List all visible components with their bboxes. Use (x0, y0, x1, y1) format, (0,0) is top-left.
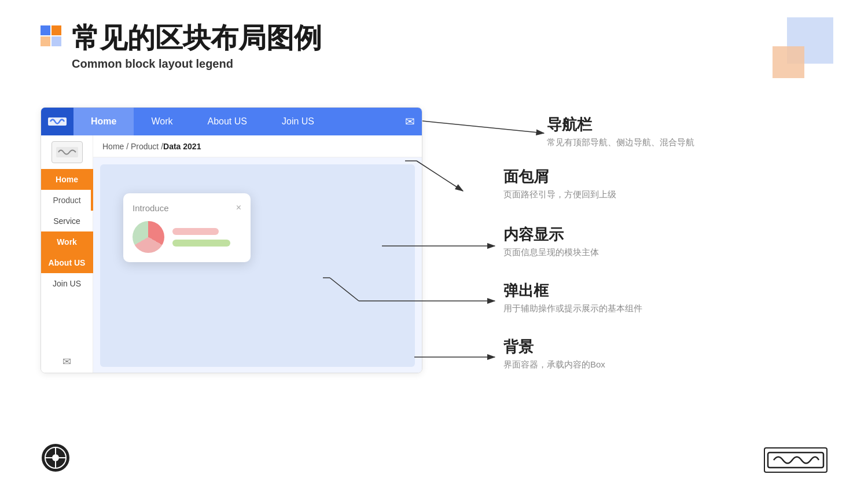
page-header: 常见的区块布局图例 Common block layout legend (41, 23, 322, 71)
sidebar-item-product[interactable]: Product (41, 190, 93, 211)
sidebar-item-work[interactable]: Work (41, 231, 93, 252)
annotation-background-en: 界面容器，承载内容的Box (503, 358, 605, 372)
bottom-logo-right (764, 447, 827, 473)
modal-line-1 (172, 228, 219, 235)
svg-rect-5 (56, 147, 78, 157)
annotation-background: 背景 界面容器，承载内容的Box (503, 338, 605, 372)
content-row: Home Product Service Work About US Join … (41, 135, 422, 373)
svg-rect-1 (52, 25, 61, 35)
sub-title: Common block layout legend (72, 57, 322, 71)
deco-squares (787, 17, 833, 64)
title-group: 常见的区块布局图例 Common block layout legend (72, 23, 322, 71)
annotation-content-zh: 内容显示 (503, 226, 599, 244)
modal-lines (172, 228, 230, 247)
modal-popup: Introduce × (123, 193, 251, 262)
diagram-wrapper: Home Work About US Join US ✉ Home Produc (41, 107, 463, 379)
bg-area: Introduce × (100, 164, 415, 367)
nav-item-aboutus[interactable]: About US (190, 108, 264, 135)
main-title: 常见的区块布局图例 (72, 23, 322, 54)
annotation-popup-en: 用于辅助操作或提示展示的基本组件 (503, 302, 642, 315)
nav-logo (41, 108, 73, 135)
svg-rect-3 (52, 36, 61, 46)
sidebar-item-service[interactable]: Service (41, 211, 93, 231)
modal-line-2 (172, 240, 230, 247)
annotation-navbar-en: 常见有顶部导航、侧边导航、混合导航 (547, 136, 694, 149)
svg-rect-0 (41, 25, 50, 35)
nav-items: Home Work About US Join US (73, 108, 405, 135)
modal-chart-circle (133, 221, 164, 253)
sidebar-logo (52, 141, 83, 163)
svg-rect-2 (41, 36, 50, 46)
annotation-breadcrumb-zh: 面包屑 (503, 168, 616, 186)
browser-frame: Home Work About US Join US ✉ Home Produc (41, 107, 422, 373)
sidebar-item-aboutus[interactable]: About US (41, 252, 93, 273)
svg-rect-24 (768, 453, 823, 468)
modal-body (133, 221, 241, 253)
title-icon (41, 25, 61, 46)
main-content: Home / Product / Data 2021 Introduce × (93, 135, 422, 373)
nav-item-home[interactable]: Home (73, 108, 134, 135)
breadcrumb-bar: Home / Product / Data 2021 (93, 135, 422, 157)
svg-point-19 (52, 454, 59, 461)
annotation-content: 内容显示 页面信息呈现的模块主体 (503, 226, 599, 259)
modal-title: Introduce (133, 203, 169, 213)
annotation-navbar-zh: 导航栏 (547, 116, 694, 134)
sidebar-item-home[interactable]: Home (41, 169, 93, 190)
annotation-popup-zh: 弹出框 (503, 282, 642, 300)
bottom-logo-left (41, 443, 71, 473)
annotation-content-en: 页面信息呈现的模块主体 (503, 246, 599, 259)
sidebar-email-icon[interactable]: ✉ (62, 355, 71, 368)
modal-header: Introduce × (133, 203, 241, 213)
annotation-popup: 弹出框 用于辅助操作或提示展示的基本组件 (503, 282, 642, 315)
breadcrumb-path: Home / Product / (102, 142, 163, 151)
annotation-navbar: 导航栏 常见有顶部导航、侧边导航、混合导航 (547, 116, 694, 149)
annotation-breadcrumb-en: 页面路径引导，方便回到上级 (503, 188, 616, 201)
nav-item-joinus[interactable]: Join US (264, 108, 332, 135)
annotation-background-zh: 背景 (503, 338, 605, 356)
nav-email-icon[interactable]: ✉ (405, 115, 415, 128)
annotation-breadcrumb: 面包屑 页面路径引导，方便回到上级 (503, 168, 616, 201)
deco-orange-square (773, 46, 804, 78)
top-nav: Home Work About US Join US ✉ (41, 108, 422, 135)
sidebar-item-joinus[interactable]: Join US (41, 273, 93, 294)
nav-item-work[interactable]: Work (134, 108, 190, 135)
breadcrumb-current: Data 2021 (163, 142, 201, 151)
modal-close-button[interactable]: × (236, 203, 241, 213)
left-sidebar: Home Product Service Work About US Join … (41, 135, 93, 373)
